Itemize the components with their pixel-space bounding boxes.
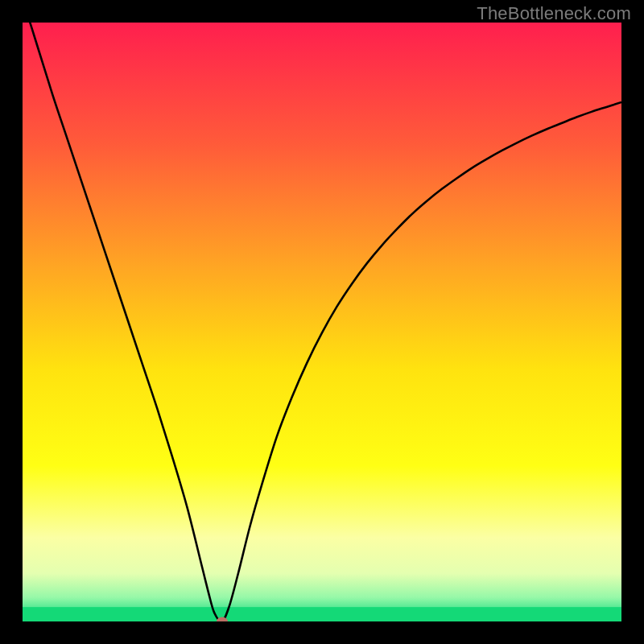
bottleneck-curve	[23, 23, 621, 621]
watermark-text: TheBottleneck.com	[477, 3, 631, 24]
minimum-marker	[217, 617, 228, 622]
curve-layer	[23, 23, 621, 621]
plot-area	[23, 23, 621, 621]
chart-frame: TheBottleneck.com	[0, 0, 644, 644]
